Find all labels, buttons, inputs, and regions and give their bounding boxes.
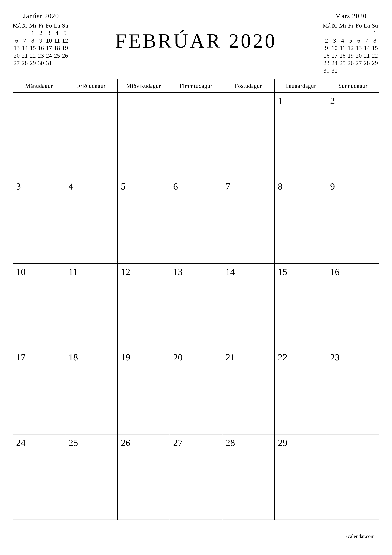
mini-day: 5 <box>61 29 69 37</box>
mini-week-row: 303100000 <box>322 67 379 74</box>
calendar-day-cell: 16 <box>327 263 379 349</box>
calendar-day-cell: 10 <box>13 263 65 349</box>
mini-day: 18 <box>53 44 61 52</box>
day-number: 23 <box>330 352 376 363</box>
day-number: 21 <box>226 352 271 363</box>
day-number: 11 <box>68 266 114 277</box>
dow-short: Fi <box>37 22 45 29</box>
mini-day: 6 <box>13 37 21 44</box>
calendar-day-cell: 25 <box>65 434 117 520</box>
day-number: 20 <box>173 352 219 363</box>
mini-day: 9 <box>322 44 330 52</box>
mini-day: 26 <box>61 52 69 59</box>
day-number: 19 <box>121 352 166 363</box>
calendar-week-row: 17181920212223 <box>13 349 379 434</box>
mini-day: 16 <box>37 44 45 52</box>
calendar-day-cell: 6 <box>170 178 222 263</box>
calendar-day-cell: 28 <box>222 434 275 520</box>
weekday-header: Sunnudagur <box>327 79 379 93</box>
mini-week-row: 16171819202122 <box>322 52 379 59</box>
mini-day: 17 <box>45 44 53 52</box>
mini-week-row: 272829303100 <box>13 59 70 67</box>
dow-short: Má <box>322 22 330 29</box>
next-month-mini-calendar: Mars 2020 Má Þr Mi Fi Fö La Su 000000123… <box>322 12 379 74</box>
month-calendar-grid: Mánudagur Þriðjudagur Miðvikudagur Fimmt… <box>13 79 379 520</box>
dow-short: Su <box>371 22 379 29</box>
day-number: 18 <box>68 352 114 363</box>
day-number: 6 <box>173 181 219 192</box>
next-month-title: Mars 2020 <box>322 12 379 20</box>
weekday-header-row: Mánudagur Þriðjudagur Miðvikudagur Fimmt… <box>13 79 379 93</box>
dow-short: Fi <box>347 22 355 29</box>
mini-day: 28 <box>21 59 29 67</box>
day-number: 1 <box>278 95 324 106</box>
weekday-header: Þriðjudagur <box>65 79 117 93</box>
mini-week-row: 6789101112 <box>13 37 70 44</box>
day-number: 8 <box>278 181 324 192</box>
day-number: 14 <box>226 266 271 277</box>
dow-short: Fö <box>45 22 53 29</box>
mini-day: 18 <box>339 52 347 59</box>
mini-day: 20 <box>355 52 363 59</box>
mini-day: 9 <box>37 37 45 44</box>
mini-day: 4 <box>53 29 61 37</box>
calendar-day-cell: 20 <box>170 349 222 434</box>
mini-day: 24 <box>45 52 53 59</box>
mini-day: 22 <box>29 52 37 59</box>
mini-week-row: 0000001 <box>322 29 379 37</box>
mini-day: 1 <box>29 29 37 37</box>
dow-short: Su <box>61 22 69 29</box>
mini-day: 28 <box>363 59 371 67</box>
calendar-day-cell: 21 <box>222 349 275 434</box>
day-number: 24 <box>16 437 62 448</box>
day-number: 4 <box>68 181 114 192</box>
mini-day: 4 <box>339 37 347 44</box>
mini-day: 22 <box>371 52 379 59</box>
mini-day: 11 <box>339 44 347 52</box>
mini-day: 16 <box>322 52 330 59</box>
mini-day: 21 <box>363 52 371 59</box>
day-number: 10 <box>16 266 62 277</box>
mini-day: 1 <box>371 29 379 37</box>
calendar-day-cell: 17 <box>13 349 65 434</box>
mini-day: 19 <box>61 44 69 52</box>
day-number: 5 <box>121 181 166 192</box>
dow-short: Þr <box>330 22 339 29</box>
calendar-day-cell: 11 <box>65 263 117 349</box>
day-number: 28 <box>226 437 271 448</box>
calendar-day-cell: 18 <box>65 349 117 434</box>
calendar-day-cell: 4 <box>65 178 117 263</box>
day-number: 22 <box>278 352 324 363</box>
day-number: 15 <box>278 266 324 277</box>
calendar-day-cell: 26 <box>117 434 170 520</box>
mini-day: 23 <box>322 59 330 67</box>
mini-day: 29 <box>371 59 379 67</box>
day-number: 29 <box>278 437 324 448</box>
calendar-day-cell: 8 <box>275 178 327 263</box>
calendar-week-row: 10111213141516 <box>13 263 379 349</box>
prev-month-mini-calendar: Janúar 2020 Má Þr Mi Fi Fö La Su 0012345… <box>13 12 70 67</box>
mini-day: 26 <box>347 59 355 67</box>
day-number: 25 <box>68 437 114 448</box>
mini-day: 10 <box>45 37 53 44</box>
calendar-day-cell: 23 <box>327 349 379 434</box>
dow-short: La <box>53 22 61 29</box>
mini-day: 30 <box>37 59 45 67</box>
calendar-day-cell: 19 <box>117 349 170 434</box>
mini-day: 17 <box>330 52 339 59</box>
dow-short: Þr <box>21 22 29 29</box>
calendar-day-cell: 1 <box>275 93 327 178</box>
mini-day: 31 <box>330 67 339 74</box>
day-number: 16 <box>330 266 376 277</box>
mini-week-row: 23242526272829 <box>322 59 379 67</box>
calendar-day-cell: 15 <box>275 263 327 349</box>
weekday-header: Föstudagur <box>222 79 275 93</box>
mini-day: 6 <box>355 37 363 44</box>
calendar-day-cell: 7 <box>222 178 275 263</box>
calendar-day-cell: 9 <box>327 178 379 263</box>
calendar-day-cell <box>117 93 170 178</box>
dow-short: Má <box>13 22 21 29</box>
calendar-day-cell: 13 <box>170 263 222 349</box>
footer-credit: 7calendar.com <box>345 533 375 539</box>
calendar-day-cell: 12 <box>117 263 170 349</box>
